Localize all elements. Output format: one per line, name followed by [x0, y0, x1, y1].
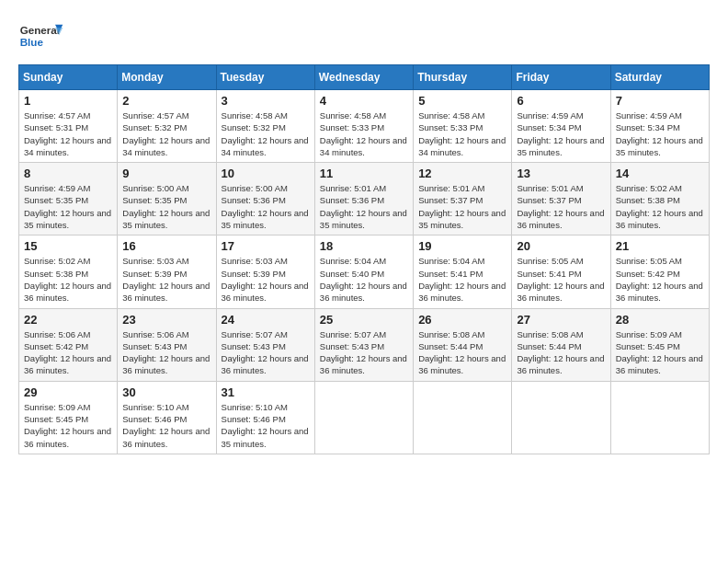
calendar-day-cell: 19Sunrise: 5:04 AMSunset: 5:41 PMDayligh…: [414, 236, 512, 308]
day-number: 21: [616, 239, 704, 253]
day-number: 1: [24, 94, 112, 108]
calendar-day-cell: 6Sunrise: 4:59 AMSunset: 5:34 PMDaylight…: [512, 90, 610, 163]
calendar-day-cell: 4Sunrise: 4:58 AMSunset: 5:33 PMDaylight…: [314, 90, 413, 163]
day-detail: Sunrise: 5:00 AMSunset: 5:35 PMDaylight:…: [122, 182, 210, 231]
day-number: 9: [122, 167, 210, 180]
day-number: 10: [222, 167, 310, 180]
calendar-day-cell: 29Sunrise: 5:09 AMSunset: 5:45 PMDayligh…: [19, 381, 118, 454]
calendar-day-cell: 23Sunrise: 5:06 AMSunset: 5:43 PMDayligh…: [118, 308, 216, 381]
day-detail: Sunrise: 4:59 AMSunset: 5:34 PMDaylight:…: [517, 109, 605, 158]
weekday-header-cell: Friday: [512, 65, 610, 90]
day-number: 12: [418, 167, 506, 180]
calendar-day-cell: 27Sunrise: 5:08 AMSunset: 5:44 PMDayligh…: [512, 308, 610, 381]
calendar-week-row: 29Sunrise: 5:09 AMSunset: 5:45 PMDayligh…: [19, 381, 710, 454]
calendar-day-cell: 3Sunrise: 4:58 AMSunset: 5:32 PMDaylight…: [216, 90, 314, 163]
calendar-day-cell: 8Sunrise: 4:59 AMSunset: 5:35 PMDaylight…: [19, 163, 118, 236]
calendar-week-row: 1Sunrise: 4:57 AMSunset: 5:31 PMDaylight…: [19, 90, 710, 163]
day-number: 31: [222, 385, 310, 399]
calendar-week-row: 8Sunrise: 4:59 AMSunset: 5:35 PMDaylight…: [19, 163, 710, 236]
day-detail: Sunrise: 4:58 AMSunset: 5:33 PMDaylight:…: [320, 109, 408, 158]
page-header: General Blue: [18, 18, 710, 55]
day-detail: Sunrise: 5:05 AMSunset: 5:41 PMDaylight:…: [517, 255, 605, 304]
day-number: 13: [517, 167, 605, 180]
day-detail: Sunrise: 5:01 AMSunset: 5:37 PMDaylight:…: [418, 182, 506, 231]
day-detail: Sunrise: 5:07 AMSunset: 5:43 PMDaylight:…: [222, 328, 310, 377]
day-number: 29: [24, 385, 112, 399]
day-detail: Sunrise: 4:58 AMSunset: 5:32 PMDaylight:…: [222, 109, 310, 158]
day-number: 6: [517, 94, 605, 108]
calendar-day-cell: 10Sunrise: 5:00 AMSunset: 5:36 PMDayligh…: [216, 163, 314, 236]
calendar-day-cell: [610, 381, 709, 454]
day-number: 8: [24, 167, 112, 180]
day-detail: Sunrise: 5:03 AMSunset: 5:39 PMDaylight:…: [222, 255, 310, 304]
calendar-day-cell: 11Sunrise: 5:01 AMSunset: 5:36 PMDayligh…: [314, 163, 413, 236]
weekday-header-cell: Saturday: [610, 65, 709, 90]
day-number: 27: [517, 313, 605, 327]
day-number: 22: [24, 313, 112, 327]
calendar-day-cell: [414, 381, 512, 454]
day-number: 30: [122, 385, 210, 399]
calendar-day-cell: 5Sunrise: 4:58 AMSunset: 5:33 PMDaylight…: [414, 90, 512, 163]
day-number: 20: [517, 239, 605, 253]
calendar-day-cell: 9Sunrise: 5:00 AMSunset: 5:35 PMDaylight…: [118, 163, 216, 236]
weekday-header-row: SundayMondayTuesdayWednesdayThursdayFrid…: [19, 65, 710, 90]
calendar-day-cell: 28Sunrise: 5:09 AMSunset: 5:45 PMDayligh…: [610, 308, 709, 381]
calendar-day-cell: 22Sunrise: 5:06 AMSunset: 5:42 PMDayligh…: [19, 308, 118, 381]
logo: General Blue: [18, 18, 64, 55]
calendar-day-cell: 24Sunrise: 5:07 AMSunset: 5:43 PMDayligh…: [216, 308, 314, 381]
weekday-header-cell: Wednesday: [314, 65, 413, 90]
day-number: 11: [320, 167, 408, 180]
day-detail: Sunrise: 4:57 AMSunset: 5:32 PMDaylight:…: [122, 109, 210, 158]
weekday-header-cell: Sunday: [19, 65, 118, 90]
calendar-day-cell: 13Sunrise: 5:01 AMSunset: 5:37 PMDayligh…: [512, 163, 610, 236]
weekday-header-cell: Tuesday: [216, 65, 314, 90]
day-number: 5: [418, 94, 506, 108]
logo-icon: General Blue: [18, 18, 64, 55]
calendar-day-cell: 26Sunrise: 5:08 AMSunset: 5:44 PMDayligh…: [414, 308, 512, 381]
svg-text:General: General: [20, 24, 60, 36]
day-detail: Sunrise: 5:06 AMSunset: 5:43 PMDaylight:…: [122, 328, 210, 377]
day-number: 3: [222, 94, 310, 108]
calendar-day-cell: 12Sunrise: 5:01 AMSunset: 5:37 PMDayligh…: [414, 163, 512, 236]
calendar-day-cell: [512, 381, 610, 454]
day-detail: Sunrise: 5:10 AMSunset: 5:46 PMDaylight:…: [122, 401, 210, 450]
day-number: 26: [418, 313, 506, 327]
day-detail: Sunrise: 5:02 AMSunset: 5:38 PMDaylight:…: [24, 255, 112, 304]
day-number: 19: [418, 239, 506, 253]
day-number: 28: [616, 313, 704, 327]
day-detail: Sunrise: 5:03 AMSunset: 5:39 PMDaylight:…: [122, 255, 210, 304]
day-number: 7: [616, 94, 704, 108]
day-detail: Sunrise: 5:01 AMSunset: 5:36 PMDaylight:…: [320, 182, 408, 231]
day-number: 18: [320, 239, 408, 253]
calendar-day-cell: [314, 381, 413, 454]
calendar-day-cell: 25Sunrise: 5:07 AMSunset: 5:43 PMDayligh…: [314, 308, 413, 381]
day-number: 16: [122, 239, 210, 253]
calendar-table: SundayMondayTuesdayWednesdayThursdayFrid…: [18, 64, 710, 454]
day-detail: Sunrise: 4:57 AMSunset: 5:31 PMDaylight:…: [24, 109, 112, 158]
calendar-day-cell: 15Sunrise: 5:02 AMSunset: 5:38 PMDayligh…: [19, 236, 118, 308]
weekday-header-cell: Thursday: [414, 65, 512, 90]
calendar-day-cell: 31Sunrise: 5:10 AMSunset: 5:46 PMDayligh…: [216, 381, 314, 454]
day-number: 17: [222, 239, 310, 253]
day-number: 23: [122, 313, 210, 327]
day-number: 25: [320, 313, 408, 327]
day-detail: Sunrise: 5:09 AMSunset: 5:45 PMDaylight:…: [616, 328, 704, 377]
day-detail: Sunrise: 5:05 AMSunset: 5:42 PMDaylight:…: [616, 255, 704, 304]
day-number: 15: [24, 239, 112, 253]
calendar-week-row: 22Sunrise: 5:06 AMSunset: 5:42 PMDayligh…: [19, 308, 710, 381]
day-detail: Sunrise: 5:00 AMSunset: 5:36 PMDaylight:…: [222, 182, 310, 231]
svg-text:Blue: Blue: [20, 36, 44, 48]
calendar-day-cell: 1Sunrise: 4:57 AMSunset: 5:31 PMDaylight…: [19, 90, 118, 163]
day-detail: Sunrise: 5:10 AMSunset: 5:46 PMDaylight:…: [222, 401, 310, 450]
day-detail: Sunrise: 4:59 AMSunset: 5:35 PMDaylight:…: [24, 182, 112, 231]
day-number: 14: [616, 167, 704, 180]
day-detail: Sunrise: 5:08 AMSunset: 5:44 PMDaylight:…: [517, 328, 605, 377]
calendar-body: 1Sunrise: 4:57 AMSunset: 5:31 PMDaylight…: [19, 90, 710, 454]
day-number: 2: [122, 94, 210, 108]
calendar-day-cell: 30Sunrise: 5:10 AMSunset: 5:46 PMDayligh…: [118, 381, 216, 454]
day-detail: Sunrise: 4:58 AMSunset: 5:33 PMDaylight:…: [418, 109, 506, 158]
calendar-day-cell: 17Sunrise: 5:03 AMSunset: 5:39 PMDayligh…: [216, 236, 314, 308]
day-number: 4: [320, 94, 408, 108]
weekday-header-cell: Monday: [118, 65, 216, 90]
day-detail: Sunrise: 5:06 AMSunset: 5:42 PMDaylight:…: [24, 328, 112, 377]
